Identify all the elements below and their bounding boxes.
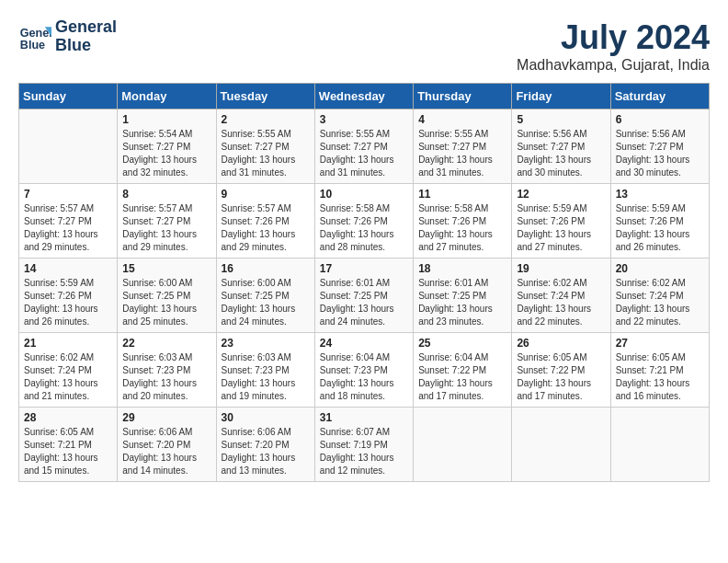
calendar-cell: 28Sunrise: 6:05 AM Sunset: 7:21 PM Dayli… [19,408,118,482]
day-number: 30 [222,411,310,424]
day-number: 24 [320,337,408,350]
logo-icon: General Blue [18,20,51,53]
day-number: 21 [24,337,112,350]
svg-text:Blue: Blue [20,38,45,51]
calendar-cell: 26Sunrise: 6:05 AM Sunset: 7:22 PM Dayli… [512,333,610,408]
calendar-cell: 31Sunrise: 6:07 AM Sunset: 7:19 PM Dayli… [314,408,413,482]
title-area: July 2024 Madhavkampa, Gujarat, India [517,18,710,74]
calendar-cell: 30Sunrise: 6:06 AM Sunset: 7:20 PM Dayli… [216,408,314,482]
day-number: 29 [122,411,210,424]
day-number: 31 [320,411,408,424]
calendar-cell: 16Sunrise: 6:00 AM Sunset: 7:25 PM Dayli… [216,259,314,333]
cell-info: Sunrise: 6:01 AM Sunset: 7:25 PM Dayligh… [320,277,408,328]
calendar-cell: 11Sunrise: 5:58 AM Sunset: 7:26 PM Dayli… [414,184,512,259]
day-number: 14 [24,262,112,275]
cell-info: Sunrise: 5:55 AM Sunset: 7:27 PM Dayligh… [222,128,310,179]
calendar-cell: 12Sunrise: 5:59 AM Sunset: 7:26 PM Dayli… [512,184,610,259]
cell-info: Sunrise: 5:57 AM Sunset: 7:27 PM Dayligh… [122,202,210,254]
logo-text-line2: Blue [55,37,117,55]
day-number: 13 [616,188,704,201]
week-row-2: 14Sunrise: 5:59 AM Sunset: 7:26 PM Dayli… [19,259,710,333]
day-number: 9 [222,188,310,201]
day-number: 3 [320,113,408,126]
calendar-cell: 21Sunrise: 6:02 AM Sunset: 7:24 PM Dayli… [19,333,118,408]
cell-info: Sunrise: 6:06 AM Sunset: 7:20 PM Dayligh… [222,426,310,477]
cell-info: Sunrise: 6:03 AM Sunset: 7:23 PM Dayligh… [222,351,310,403]
calendar-cell: 3Sunrise: 5:55 AM Sunset: 7:27 PM Daylig… [314,109,413,184]
calendar-cell: 24Sunrise: 6:04 AM Sunset: 7:23 PM Dayli… [314,333,413,408]
day-number: 5 [517,113,605,126]
cell-info: Sunrise: 5:59 AM Sunset: 7:26 PM Dayligh… [616,202,704,254]
cell-info: Sunrise: 6:07 AM Sunset: 7:19 PM Dayligh… [320,426,408,477]
calendar-cell: 4Sunrise: 5:55 AM Sunset: 7:27 PM Daylig… [414,109,512,184]
cell-info: Sunrise: 6:00 AM Sunset: 7:25 PM Dayligh… [122,277,210,328]
calendar-cell: 18Sunrise: 6:01 AM Sunset: 7:25 PM Dayli… [414,259,512,333]
header-monday: Monday [118,84,216,109]
cell-info: Sunrise: 5:58 AM Sunset: 7:26 PM Dayligh… [320,202,408,254]
calendar-cell [19,109,118,184]
day-number: 8 [122,188,210,201]
week-row-3: 21Sunrise: 6:02 AM Sunset: 7:24 PM Dayli… [19,333,710,408]
header-thursday: Thursday [414,84,512,109]
calendar-cell: 2Sunrise: 5:55 AM Sunset: 7:27 PM Daylig… [216,109,314,184]
cell-info: Sunrise: 6:02 AM Sunset: 7:24 PM Dayligh… [24,351,112,403]
day-number: 10 [320,188,408,201]
day-number: 15 [122,262,210,275]
calendar-cell: 29Sunrise: 6:06 AM Sunset: 7:20 PM Dayli… [118,408,216,482]
header-saturday: Saturday [610,84,709,109]
cell-info: Sunrise: 5:57 AM Sunset: 7:27 PM Dayligh… [24,202,112,254]
page-header: General Blue General Blue July 2024 Madh… [18,18,710,74]
calendar-cell: 25Sunrise: 6:04 AM Sunset: 7:22 PM Dayli… [414,333,512,408]
cell-info: Sunrise: 5:54 AM Sunset: 7:27 PM Dayligh… [122,128,210,179]
calendar-cell [610,408,709,482]
cell-info: Sunrise: 5:55 AM Sunset: 7:27 PM Dayligh… [320,128,408,179]
cell-info: Sunrise: 5:58 AM Sunset: 7:26 PM Dayligh… [418,202,506,254]
cell-info: Sunrise: 6:05 AM Sunset: 7:21 PM Dayligh… [24,426,112,477]
day-number: 20 [616,262,704,275]
header-sunday: Sunday [19,84,118,109]
calendar-cell: 6Sunrise: 5:56 AM Sunset: 7:27 PM Daylig… [610,109,709,184]
calendar-cell: 22Sunrise: 6:03 AM Sunset: 7:23 PM Dayli… [118,333,216,408]
day-number: 28 [24,411,112,424]
cell-info: Sunrise: 6:04 AM Sunset: 7:22 PM Dayligh… [418,351,506,403]
week-row-1: 7Sunrise: 5:57 AM Sunset: 7:27 PM Daylig… [19,184,710,259]
cell-info: Sunrise: 6:02 AM Sunset: 7:24 PM Dayligh… [616,277,704,328]
cell-info: Sunrise: 5:59 AM Sunset: 7:26 PM Dayligh… [517,202,605,254]
day-number: 19 [517,262,605,275]
logo-text-line1: General [55,18,117,37]
calendar-table: SundayMondayTuesdayWednesdayThursdayFrid… [18,83,710,482]
calendar-cell: 8Sunrise: 5:57 AM Sunset: 7:27 PM Daylig… [118,184,216,259]
cell-info: Sunrise: 6:05 AM Sunset: 7:22 PM Dayligh… [517,351,605,403]
calendar-header-row: SundayMondayTuesdayWednesdayThursdayFrid… [19,84,710,109]
day-number: 23 [222,337,310,350]
day-number: 26 [517,337,605,350]
calendar-cell [512,408,610,482]
day-number: 27 [616,337,704,350]
cell-info: Sunrise: 5:55 AM Sunset: 7:27 PM Dayligh… [418,128,506,179]
calendar-cell: 1Sunrise: 5:54 AM Sunset: 7:27 PM Daylig… [118,109,216,184]
day-number: 7 [24,188,112,201]
day-number: 18 [418,262,506,275]
calendar-cell [414,408,512,482]
calendar-cell: 14Sunrise: 5:59 AM Sunset: 7:26 PM Dayli… [19,259,118,333]
cell-info: Sunrise: 5:56 AM Sunset: 7:27 PM Dayligh… [517,128,605,179]
day-number: 17 [320,262,408,275]
day-number: 16 [222,262,310,275]
day-number: 6 [616,113,704,126]
calendar-body: 1Sunrise: 5:54 AM Sunset: 7:27 PM Daylig… [19,109,710,482]
day-number: 1 [122,113,210,126]
calendar-cell: 10Sunrise: 5:58 AM Sunset: 7:26 PM Dayli… [314,184,413,259]
week-row-4: 28Sunrise: 6:05 AM Sunset: 7:21 PM Dayli… [19,408,710,482]
cell-info: Sunrise: 5:59 AM Sunset: 7:26 PM Dayligh… [24,277,112,328]
calendar-cell: 17Sunrise: 6:01 AM Sunset: 7:25 PM Dayli… [314,259,413,333]
cell-info: Sunrise: 5:57 AM Sunset: 7:26 PM Dayligh… [222,202,310,254]
calendar-cell: 13Sunrise: 5:59 AM Sunset: 7:26 PM Dayli… [610,184,709,259]
header-tuesday: Tuesday [216,84,314,109]
cell-info: Sunrise: 6:01 AM Sunset: 7:25 PM Dayligh… [418,277,506,328]
day-number: 22 [122,337,210,350]
calendar-cell: 5Sunrise: 5:56 AM Sunset: 7:27 PM Daylig… [512,109,610,184]
cell-info: Sunrise: 6:00 AM Sunset: 7:25 PM Dayligh… [222,277,310,328]
day-number: 4 [418,113,506,126]
cell-info: Sunrise: 6:03 AM Sunset: 7:23 PM Dayligh… [122,351,210,403]
week-row-0: 1Sunrise: 5:54 AM Sunset: 7:27 PM Daylig… [19,109,710,184]
